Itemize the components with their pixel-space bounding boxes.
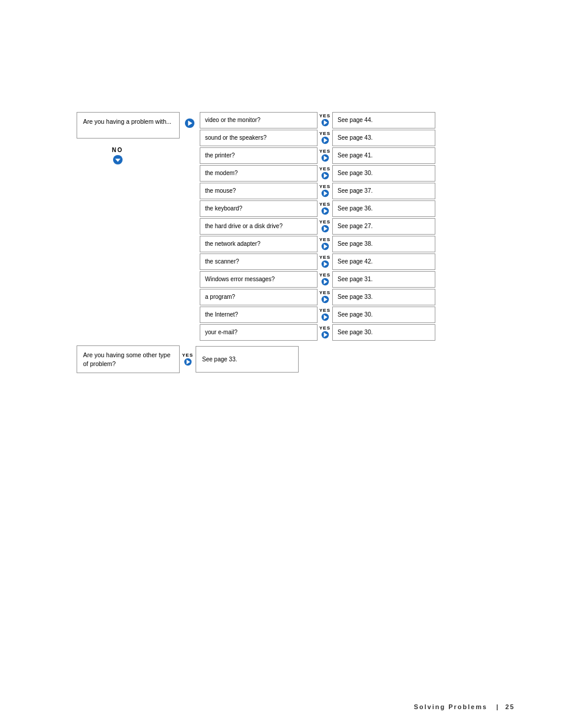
item-question-box: your e-mail?	[200, 324, 318, 341]
item-yes-text: YES	[319, 202, 330, 207]
item-question-text: the keyboard?	[205, 205, 242, 213]
item-yes-label: YES	[319, 114, 330, 127]
item-yes-label: YES	[319, 238, 330, 251]
item-answer-text: See page 38.	[338, 240, 373, 248]
item-yes-text: YES	[319, 255, 330, 260]
main-question-text: Are you having a problem with...	[83, 118, 171, 125]
item-answer-box: See page 36.	[332, 200, 435, 217]
item-yes-arrow-icon	[321, 118, 329, 127]
item-answer-box: See page 30.	[332, 165, 435, 182]
list-item: video or the monitor? YES See page 44.	[200, 112, 515, 129]
item-question-box: the Internet?	[200, 307, 318, 323]
item-yes-label: YES	[319, 202, 330, 215]
item-yes-arrow-icon	[321, 225, 329, 233]
item-answer-box: See page 41.	[332, 147, 435, 164]
main-question-box: Are you having a problem with...	[77, 112, 180, 139]
item-question-box: the hard drive or a disk drive?	[200, 218, 318, 235]
item-question-text: sound or the speakers?	[205, 134, 267, 142]
item-question-box: the network adapter?	[200, 236, 318, 252]
item-yes-text: YES	[319, 220, 330, 225]
bottom-yes-label: YES	[182, 353, 193, 366]
item-answer-box: See page 33.	[332, 289, 435, 305]
list-item: the keyboard? YES See page 36.	[200, 200, 515, 217]
item-question-text: the network adapter?	[205, 240, 260, 248]
main-content: Are you having a problem with... NO	[77, 112, 515, 373]
item-yes-text: YES	[319, 114, 330, 118]
list-item: the hard drive or a disk drive? YES See …	[200, 218, 515, 235]
item-yes-label: YES	[319, 326, 330, 339]
page-footer: Solving Problems | 25	[414, 703, 515, 710]
list-item: a program? YES See page 33.	[200, 289, 515, 305]
item-answer-text: See page 31.	[338, 275, 373, 284]
bottom-yes-text: YES	[182, 353, 193, 358]
item-answer-text: See page 30.	[338, 328, 373, 337]
list-item: sound or the speakers? YES See page 43.	[200, 130, 515, 146]
item-yes-arrow-icon	[321, 295, 329, 304]
item-yes-text: YES	[319, 308, 330, 313]
item-yes-label: YES	[319, 185, 330, 197]
item-yes-arrow-icon	[321, 278, 329, 286]
footer-page: 25	[505, 703, 515, 710]
item-yes-arrow-icon	[321, 331, 329, 339]
item-yes-arrow-icon	[321, 189, 329, 197]
item-answer-text: See page 41.	[338, 151, 373, 160]
no-arrow-down-icon	[113, 154, 123, 165]
item-question-text: the printer?	[205, 151, 235, 160]
bottom-answer-box: See page 33.	[196, 346, 299, 373]
item-question-text: a program?	[205, 293, 235, 301]
footer-label: Solving Problems	[414, 703, 487, 710]
list-item: Windows error messages? YES See page 31.	[200, 271, 515, 288]
item-yes-arrow-icon	[321, 313, 329, 321]
item-question-text: Windows error messages?	[205, 275, 275, 284]
item-answer-text: See page 37.	[338, 187, 373, 195]
item-question-box: the keyboard?	[200, 200, 318, 217]
item-answer-text: See page 30.	[338, 311, 373, 319]
item-question-text: video or the monitor?	[205, 116, 260, 124]
item-answer-box: See page 31.	[332, 271, 435, 288]
main-arrow-right-icon	[184, 118, 195, 129]
item-answer-box: See page 42.	[332, 253, 435, 270]
item-question-box: the mouse?	[200, 183, 318, 199]
list-item: the printer? YES See page 41.	[200, 147, 515, 164]
item-answer-text: See page 43.	[338, 134, 373, 142]
item-yes-label: YES	[319, 255, 330, 268]
list-item: the network adapter? YES See page 38.	[200, 236, 515, 252]
item-yes-arrow-icon	[321, 207, 329, 215]
item-yes-text: YES	[319, 238, 330, 242]
items-list: video or the monitor? YES See page 44. s…	[200, 112, 515, 342]
item-answer-text: See page 42.	[338, 258, 373, 266]
list-item: your e-mail? YES See page 30.	[200, 324, 515, 341]
item-yes-arrow-icon	[321, 172, 329, 180]
item-answer-text: See page 33.	[338, 293, 373, 301]
bottom-answer-text: See page 33.	[202, 355, 237, 364]
list-item: the modem? YES See page 30.	[200, 165, 515, 182]
item-answer-box: See page 30.	[332, 324, 435, 341]
item-yes-arrow-icon	[321, 242, 329, 251]
item-yes-text: YES	[319, 291, 330, 295]
item-question-text: the scanner?	[205, 258, 239, 266]
item-yes-label: YES	[319, 167, 330, 180]
list-item: the scanner? YES See page 42.	[200, 253, 515, 270]
item-answer-box: See page 30.	[332, 307, 435, 323]
layout-wrapper: Are you having a problem with... NO	[77, 112, 515, 342]
item-question-box: a program?	[200, 289, 318, 305]
bottom-yes-arrow-icon	[184, 358, 192, 366]
item-yes-arrow-icon	[321, 260, 329, 268]
item-question-text: the mouse?	[205, 187, 236, 195]
item-yes-arrow-icon	[321, 154, 329, 162]
item-yes-label: YES	[319, 220, 330, 233]
no-text: NO	[112, 147, 123, 153]
item-answer-text: See page 30.	[338, 169, 373, 177]
left-column: Are you having a problem with... NO	[77, 112, 180, 165]
item-question-box: the modem?	[200, 165, 318, 182]
bottom-question-box: Are you having some other type of proble…	[77, 345, 180, 373]
list-item: the Internet? YES See page 30.	[200, 307, 515, 323]
item-question-box: sound or the speakers?	[200, 130, 318, 146]
item-question-box: Windows error messages?	[200, 271, 318, 288]
item-yes-text: YES	[319, 167, 330, 172]
item-answer-text: See page 36.	[338, 205, 373, 213]
item-yes-label: YES	[319, 149, 330, 162]
item-yes-label: YES	[319, 291, 330, 304]
item-question-text: your e-mail?	[205, 328, 237, 337]
item-yes-label: YES	[319, 131, 330, 144]
